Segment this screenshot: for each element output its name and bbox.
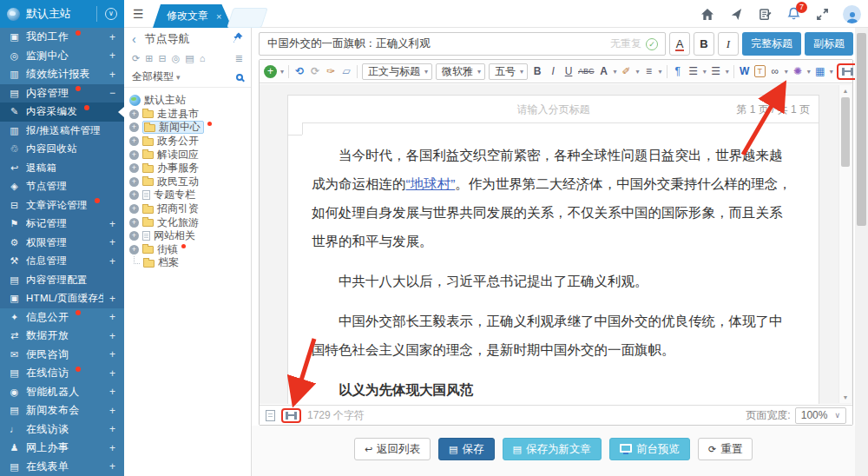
sidebar-item-html-cache[interactable]: ▣ HTML/页面缓存生成 + <box>0 289 124 308</box>
title-color-button[interactable]: A <box>669 32 690 56</box>
tree-node[interactable]: + 招商引资 <box>129 202 247 216</box>
page-break-icon[interactable] <box>842 68 853 76</box>
highlight-icon[interactable]: ✐ <box>621 65 633 77</box>
caret-down-icon[interactable]: ▾ <box>659 68 662 76</box>
tree-node[interactable]: + 走进县市 <box>129 108 247 122</box>
eraser-icon[interactable]: ▱ <box>340 65 352 77</box>
font-family-select[interactable]: 微软雅 ▾ <box>436 63 485 80</box>
sidebar-item-node-management[interactable]: ◈ 节点管理 <box>0 177 124 196</box>
search-icon[interactable] <box>236 74 243 81</box>
expand-node-icon[interactable]: + <box>129 136 139 146</box>
back-to-list-button[interactable]: ↩ 返回列表 <box>354 438 431 460</box>
undo-icon[interactable]: ⟲ <box>293 65 306 77</box>
paste-as-text-icon[interactable]: T <box>754 65 766 77</box>
sidebar-item-content-management[interactable]: ▤ 内容管理 − <box>0 84 124 103</box>
sidebar-item-push-manuscript[interactable]: ▥ 报/推送稿件管理 <box>0 122 124 141</box>
model-filter-select[interactable]: 全部模型 <box>132 69 174 84</box>
tab-close-icon[interactable]: × <box>216 11 221 22</box>
home-node-icon[interactable]: ⌂ <box>200 53 206 63</box>
link-icon[interactable]: ∞ <box>769 65 781 77</box>
tree-node[interactable]: + 网站相关 <box>129 229 247 243</box>
format-painter-icon[interactable]: ✑ <box>325 65 337 77</box>
reset-button[interactable]: ⟳ 重置 <box>698 438 753 460</box>
ordered-list-icon[interactable]: ☰ <box>687 65 700 77</box>
align-icon[interactable]: ≡ <box>643 65 655 77</box>
new-doc-icon[interactable]: ▤ <box>185 53 194 64</box>
collapse-panel-icon[interactable]: ‹ <box>132 32 136 46</box>
expand-node-icon[interactable]: + <box>129 150 139 160</box>
expand-all-icon[interactable]: ⊞ <box>145 53 153 64</box>
page-width-select[interactable]: 100% ∨ <box>795 407 846 424</box>
frontend-preview-button[interactable]: 前台预览 <box>609 438 690 460</box>
sidebar-item-recycle-bin[interactable]: ♲ 内容回收站 <box>0 140 124 159</box>
expand-node-icon[interactable]: + <box>129 122 139 132</box>
save-button[interactable]: ▤ 保存 <box>438 438 494 460</box>
sidebar-item-content-config[interactable]: ▤ 内容管理配置 <box>0 271 124 290</box>
paste-from-word-icon[interactable]: W <box>739 65 751 77</box>
sidebar-item-online-service[interactable]: ♟ 网上办事 + <box>0 439 124 458</box>
full-title-button[interactable]: 完整标题 <box>742 32 801 56</box>
tree-node[interactable]: + 政民互动 <box>129 175 247 189</box>
refresh-icon[interactable]: ⟳ <box>132 53 140 64</box>
expand-node-icon[interactable]: + <box>129 245 139 255</box>
italic-icon[interactable]: I <box>547 65 559 77</box>
sidebar-item-online-petition[interactable]: ▤ 在线信访 + <box>0 364 124 383</box>
sidebar-item-tag-management[interactable]: ⚑ 标记管理 + <box>0 215 124 234</box>
title-italic-button[interactable]: I <box>718 32 739 56</box>
title-bold-button[interactable]: B <box>694 32 714 56</box>
sidebar-item-data-open[interactable]: ⇄ 数据开放 + <box>0 327 124 346</box>
sidebar-item-info-management[interactable]: ⚒ 信息管理 + <box>0 252 124 271</box>
sidebar-item-monitor-center[interactable]: ◎ 监测中心 + <box>0 47 124 66</box>
notifications-bell-icon[interactable]: 7 <box>786 6 801 22</box>
bold-icon[interactable]: B <box>531 65 543 77</box>
tree-node[interactable]: + 办事服务 <box>129 162 247 175</box>
expand-node-icon[interactable]: + <box>129 163 139 173</box>
indent-icon[interactable]: ¶ <box>672 65 684 77</box>
sidebar-item-citizen-consult[interactable]: ✉ 便民咨询 + <box>0 346 124 365</box>
article-title-input[interactable] <box>259 32 666 56</box>
user-avatar[interactable] <box>843 5 861 23</box>
sidebar-item-robot[interactable]: ◉ 智能机器人 + <box>0 383 124 402</box>
page-break-toggle-icon[interactable] <box>286 412 297 420</box>
caret-down-icon[interactable]: ▾ <box>807 68 811 76</box>
insert-new-icon[interactable]: + <box>264 65 277 78</box>
fullscreen-icon[interactable] <box>814 6 830 22</box>
editor-canvas[interactable]: 请输入分页标题 第 1 页 / 共 1 页 当今时代，各国利益交织空前紧密，各种… <box>260 84 852 404</box>
scroll-down-arrow[interactable]: ▼ <box>839 394 852 400</box>
sidebar-item-rejected-box[interactable]: ↩ 退稿箱 <box>0 159 124 178</box>
tree-node-selected[interactable]: + 新闻中心 <box>129 121 247 135</box>
caret-down-icon[interactable]: ▾ <box>614 68 617 76</box>
redo-icon[interactable]: ⟳ <box>309 65 321 77</box>
sidebar-item-info-disclosure[interactable]: ✦ 信息公开 + <box>0 308 124 327</box>
site-switcher[interactable]: 默认主站 ∨ <box>0 0 124 28</box>
tree-node-leaf[interactable]: 档案 <box>129 256 247 270</box>
caret-down-icon[interactable]: ▾ <box>830 68 833 76</box>
caret-down-icon[interactable]: ▾ <box>726 68 729 76</box>
save-as-new-button[interactable]: ▤ 保存为新文章 <box>503 438 602 460</box>
underline-icon[interactable]: U <box>562 65 575 77</box>
unordered-list-icon[interactable]: ☰ <box>710 65 722 77</box>
sidebar-item-permission-management[interactable]: ⚙ 权限管理 + <box>0 234 124 253</box>
collapse-all-icon[interactable]: ⊟ <box>158 53 166 64</box>
page-scrollbar-thumb[interactable] <box>857 33 866 226</box>
tree-node[interactable]: + 解读回应 <box>129 148 247 162</box>
layout-columns-icon[interactable]: ▦ <box>814 65 826 77</box>
editor-page-sheet[interactable]: 请输入分页标题 第 1 页 / 共 1 页 当今时代，各国利益交织空前紧密，各种… <box>287 95 819 404</box>
expand-node-icon[interactable]: + <box>129 231 139 241</box>
task-list-icon[interactable] <box>757 6 773 22</box>
expand-node-icon[interactable]: + <box>129 204 139 214</box>
expand-node-icon[interactable]: + <box>129 218 139 228</box>
tree-node[interactable]: + 专题专栏 <box>129 188 247 202</box>
strikethrough-icon[interactable]: ABC <box>578 67 595 76</box>
sort-tree-icon[interactable]: ≣ <box>235 53 243 64</box>
caret-down-icon[interactable]: ▾ <box>785 68 788 76</box>
sidebar-item-content-editing[interactable]: ✎ 内容采编发 <box>0 102 124 122</box>
format-wand-icon[interactable]: ✺ <box>792 65 804 77</box>
scrollbar-thumb[interactable] <box>841 97 850 167</box>
expand-node-icon[interactable]: + <box>129 190 139 200</box>
site-view-icon[interactable]: ◎ <box>172 53 181 64</box>
scroll-up-arrow[interactable]: ▲ <box>839 88 852 94</box>
paragraph-format-select[interactable]: 正文与标题 ▾ <box>362 63 432 80</box>
caret-down-icon[interactable]: ▾ <box>280 68 284 76</box>
sidebar-item-online-form[interactable]: ▤ 在线表单 + <box>0 458 124 476</box>
